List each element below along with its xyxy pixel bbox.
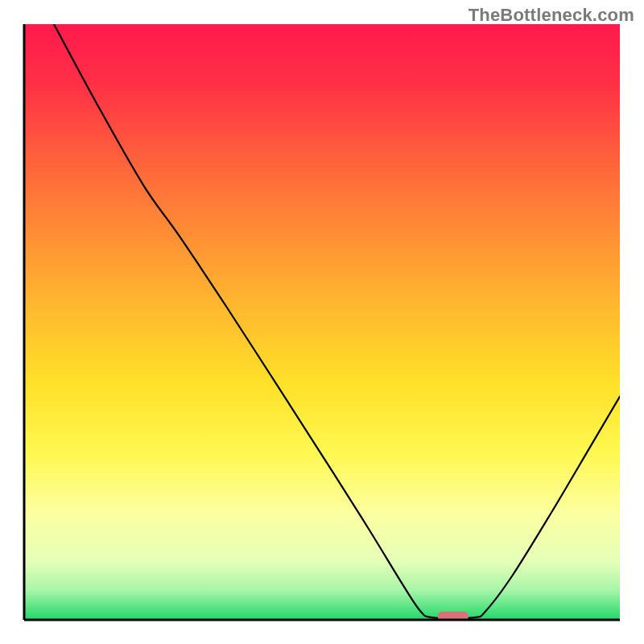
plot-area [24, 24, 620, 621]
bottleneck-chart [0, 0, 644, 644]
chart-container: TheBottleneck.com [0, 0, 644, 644]
gradient-background [24, 24, 620, 620]
